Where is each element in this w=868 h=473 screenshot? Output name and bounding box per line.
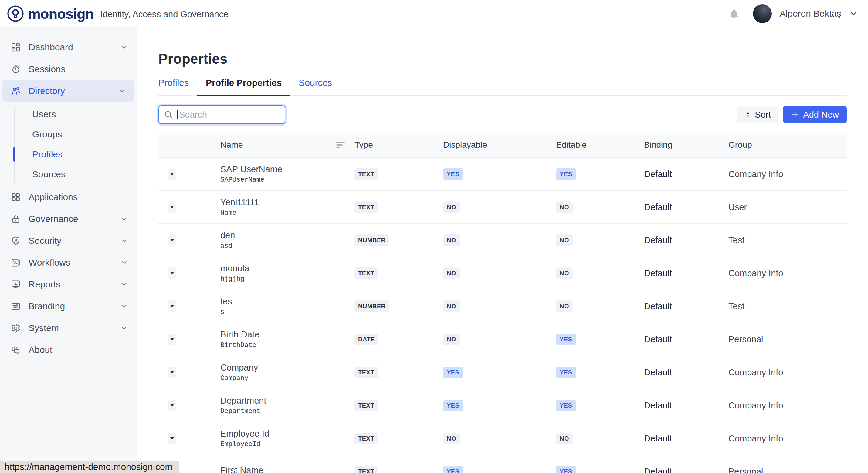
table-row: DepartmentDepartment TEXT YES YES Defaul…	[158, 389, 847, 422]
row-expand-button[interactable]	[168, 301, 176, 312]
displayable-badge: NO	[443, 267, 460, 279]
table-row: SAP UserNameSAPUserName TEXT YES YES Def…	[158, 157, 847, 191]
table-header-row: Name Type Displayable Editable Binding G…	[158, 133, 847, 157]
search-icon	[164, 110, 173, 119]
sidebar-item-applications[interactable]: Applications	[0, 186, 136, 208]
group-value: Company Info	[728, 169, 847, 179]
row-expand-button[interactable]	[168, 367, 176, 378]
tab-sources[interactable]: Sources	[290, 78, 341, 95]
stopwatch-icon	[11, 64, 21, 74]
property-name: den	[220, 230, 354, 240]
chevron-down-icon	[120, 215, 128, 223]
property-name: Company	[220, 363, 354, 372]
type-badge: TEXT	[354, 201, 378, 213]
sidebar-nav: Dashboard Sessions Directory Users	[0, 27, 136, 473]
brand-logo[interactable]: monosign Identity, Access and Governance	[0, 5, 228, 23]
page-title: Properties	[158, 27, 847, 67]
property-name: First Name	[220, 465, 354, 473]
plus-icon	[791, 110, 799, 119]
sort-button[interactable]: Sort	[737, 106, 778, 123]
row-expand-button[interactable]	[168, 168, 176, 180]
binding-value: Default	[644, 202, 728, 212]
column-header-type: Type	[354, 140, 443, 150]
property-name: Birth Date	[220, 330, 354, 339]
binding-value: Default	[644, 334, 728, 344]
main-content: Properties Profiles Profile Properties S…	[136, 27, 868, 473]
sidebar-item-sources[interactable]: Sources	[0, 164, 136, 184]
type-badge: TEXT	[354, 433, 378, 444]
chevron-down-icon	[120, 259, 128, 267]
text-caret	[177, 110, 178, 120]
sidebar-item-groups[interactable]: Groups	[0, 124, 136, 144]
shield-user-icon	[11, 236, 21, 246]
sidebar-item-governance[interactable]: Governance	[0, 208, 136, 230]
editable-badge: YES	[556, 168, 576, 180]
chevron-down-icon	[120, 280, 128, 289]
row-expand-button[interactable]	[168, 267, 176, 279]
table-row: monolahjgjhg TEXT NO NO Default Company …	[158, 257, 847, 290]
row-expand-button[interactable]	[168, 234, 176, 246]
binding-value: Default	[644, 434, 728, 444]
caret-down-icon	[170, 239, 174, 241]
table-row: Employee IdEmployeeId TEXT NO NO Default…	[158, 422, 847, 455]
group-value: Company Info	[728, 368, 847, 377]
property-key: asd	[220, 243, 354, 250]
user-avatar[interactable]	[753, 4, 772, 23]
tab-profiles[interactable]: Profiles	[150, 78, 197, 95]
sidebar-item-profiles[interactable]: Profiles	[0, 144, 136, 164]
editable-badge: NO	[556, 433, 573, 444]
row-expand-button[interactable]	[168, 201, 176, 213]
sidebar-item-sessions[interactable]: Sessions	[0, 58, 136, 80]
property-key: s	[220, 309, 354, 316]
type-badge: DATE	[354, 334, 378, 345]
monitor-chart-icon	[11, 279, 21, 289]
tab-profile-properties[interactable]: Profile Properties	[197, 78, 290, 95]
sidebar-item-system[interactable]: System	[0, 317, 136, 339]
editable-badge: YES	[556, 400, 576, 411]
group-value: Personal	[728, 467, 847, 473]
directory-submenu: Users Groups Profiles Sources	[0, 104, 136, 184]
group-value: Company Info	[728, 401, 847, 410]
dashboard-icon	[11, 42, 21, 52]
column-header-group: Group	[728, 140, 847, 150]
property-key: EmployeeId	[220, 441, 354, 448]
column-header-name: Name	[220, 140, 243, 150]
sidebar-item-workflows[interactable]: Workflows	[0, 252, 136, 273]
add-new-button[interactable]: Add New	[783, 106, 847, 123]
gear-icon	[11, 323, 21, 333]
sidebar-item-branding[interactable]: Branding	[0, 295, 136, 317]
user-menu-chevron-down-icon[interactable]	[849, 9, 858, 18]
sort-descending-icon[interactable]	[336, 142, 345, 148]
row-expand-button[interactable]	[168, 334, 176, 345]
monosign-keyhole-icon	[7, 5, 24, 23]
property-name: SAP UserName	[220, 164, 354, 174]
sidebar-item-about[interactable]: About	[0, 339, 136, 361]
type-badge: TEXT	[354, 168, 378, 180]
type-badge: NUMBER	[354, 234, 390, 246]
sidebar-item-users[interactable]: Users	[0, 104, 136, 124]
sidebar-item-security[interactable]: Security	[0, 230, 136, 252]
displayable-badge: NO	[443, 234, 460, 246]
property-key: SAPUserName	[220, 176, 354, 184]
type-badge: TEXT	[354, 400, 378, 411]
binding-value: Default	[644, 268, 728, 278]
editable-badge: NO	[556, 234, 573, 246]
sidebar-item-reports[interactable]: Reports	[0, 273, 136, 295]
type-badge: TEXT	[354, 267, 378, 279]
chevron-down-icon	[120, 324, 128, 332]
property-key: Company	[220, 375, 354, 382]
table-row: Birth DateBirthDate DATE NO YES Default …	[158, 323, 847, 356]
notifications-bell-icon[interactable]	[729, 8, 740, 19]
chevron-down-icon	[120, 43, 128, 51]
caret-down-icon	[170, 371, 174, 374]
displayable-badge: NO	[443, 334, 460, 345]
row-expand-button[interactable]	[168, 433, 176, 444]
sidebar-item-dashboard[interactable]: Dashboard	[0, 36, 136, 58]
row-expand-button[interactable]	[168, 400, 176, 411]
property-key: BirthDate	[220, 342, 354, 349]
user-name[interactable]: Alperen Bektaş	[780, 8, 841, 19]
editable-badge: NO	[556, 301, 573, 312]
apps-icon	[11, 192, 21, 202]
table-row: First Name TEXT YES YES Default Personal	[158, 455, 847, 473]
sidebar-item-directory[interactable]: Directory	[2, 80, 134, 102]
